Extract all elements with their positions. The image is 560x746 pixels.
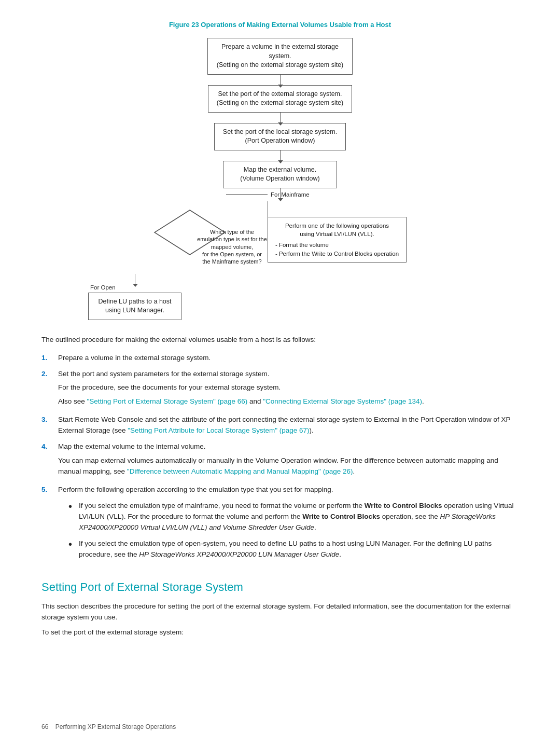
- bullet-1-bold1: Write to Control Blocks: [365, 502, 442, 509]
- step-5: 5. Perform the following operation accor…: [41, 485, 519, 565]
- step-3: 3. Start Remote Web Console and set the …: [41, 415, 519, 436]
- flow-main: Prepare a volume in the external storage…: [41, 38, 519, 320]
- bullet-1-content: If you select the emulation type of main…: [79, 501, 519, 533]
- step-5-num: 5.: [41, 485, 56, 495]
- bullet-1-bold2: Write to Control Blocks: [302, 513, 380, 520]
- step-3-content: Start Remote Web Console and set the att…: [58, 415, 519, 436]
- step-5-text: Perform the following operation accordin…: [58, 486, 333, 493]
- step-1: 1. Prepare a volume in the external stor…: [41, 353, 519, 364]
- section-text1: This section describes the procedure for…: [41, 601, 519, 623]
- for-mainframe-label: For Mainframe: [271, 191, 310, 198]
- figure-title: Figure 23 Operations of Making External …: [41, 21, 519, 29]
- bullet-1-text3: operation, see the: [380, 513, 440, 520]
- decision-left: For Mainframe Perform one of the followi…: [153, 203, 407, 266]
- step-4-sub1-suffix: .: [353, 467, 355, 475]
- numbered-list: 1. Prepare a volume in the external stor…: [41, 353, 519, 565]
- decision-section: For Mainframe Perform one of the followi…: [41, 203, 519, 266]
- step-1-content: Prepare a volume in the external storage…: [58, 353, 519, 364]
- decision-label: Which type of theemulation type is set f…: [197, 228, 267, 265]
- flow-box-2: Set the port of the external storage sys…: [208, 85, 353, 113]
- step-2-sub2-mid: and: [247, 397, 263, 405]
- mainframe-item2: - Perform the Write to Control Blocks op…: [275, 250, 399, 258]
- mainframe-item1: - Format the volume: [275, 241, 399, 250]
- flow-box-1: Prepare a volume in the external storage…: [207, 38, 353, 75]
- flow-box-4: Map the external volume.(Volume Operatio…: [223, 161, 337, 188]
- step-2-link2[interactable]: "Connecting External Storage Systems" (p…: [263, 397, 422, 405]
- bullet-2-content: If you select the emulation type of open…: [79, 538, 519, 560]
- step-1-num: 1.: [41, 353, 56, 364]
- bullet-2: • If you select the emulation type of op…: [68, 538, 519, 560]
- footer-page-num: 66: [41, 723, 48, 730]
- mainframe-vert-line: [268, 201, 268, 217]
- arrow-3: [280, 150, 281, 161]
- for-open-label: For Open: [90, 284, 116, 291]
- bullet-2-dot: •: [68, 538, 77, 550]
- step-2-sub1: For the procedure, see the documents for…: [58, 382, 519, 393]
- footer-page-label: Performing XP External Storage Operation…: [55, 723, 176, 730]
- arrow-2: [280, 113, 281, 123]
- open-vert-arrow: [135, 274, 135, 284]
- step-5-content: Perform the following operation accordin…: [58, 485, 519, 565]
- step-4-sub1-link[interactable]: "Difference between Automatic Mapping an…: [127, 467, 353, 475]
- step-4-text: Map the external volume to the internal …: [58, 443, 205, 450]
- step-2-link1[interactable]: "Setting Port of External Storage System…: [87, 397, 248, 405]
- flow-box-3: Set the port of the local storage system…: [214, 123, 346, 150]
- bullet-2-italic1: HP StorageWorks XP24000/XP20000 LUN Mana…: [139, 550, 339, 558]
- bullet-1: • If you select the emulation type of ma…: [68, 501, 519, 533]
- step-2-text: Set the port and system parameters for t…: [58, 370, 269, 378]
- open-box: Define LU paths to a hostusing LUN Manag…: [88, 293, 181, 320]
- arrow-1: [280, 75, 281, 85]
- step-3-link[interactable]: "Setting Port Attribute for Local Storag…: [128, 426, 309, 434]
- step-2: 2. Set the port and system parameters fo…: [41, 369, 519, 410]
- step-2-content: Set the port and system parameters for t…: [58, 369, 519, 410]
- bullet-2-text2: .: [339, 550, 341, 558]
- mainframe-horiz-line: [226, 194, 268, 195]
- for-open-section: For Open Define LU paths to a hostusing …: [88, 274, 181, 320]
- step-3-text-after: ).: [310, 426, 314, 434]
- bullet-1-text4: .: [314, 523, 316, 531]
- bullet-list: • If you select the emulation type of ma…: [68, 501, 519, 560]
- step-3-num: 3.: [41, 415, 56, 425]
- step-4-content: Map the external volume to the internal …: [58, 441, 519, 479]
- intro-text: The outlined procedure for making the ex…: [41, 335, 519, 346]
- mainframe-box: Perform one of the following operationsu…: [268, 217, 407, 263]
- footer: 66 Performing XP External Storage Operat…: [41, 723, 176, 730]
- step-1-text: Prepare a volume in the external storage…: [58, 354, 211, 362]
- step-2-sub2-suffix: .: [422, 397, 424, 405]
- flowchart: Prepare a volume in the external storage…: [41, 38, 519, 320]
- step-2-sub2: Also see "Setting Port of External Stora…: [58, 396, 519, 407]
- step-4-sub1: You can map external volumes automatical…: [58, 455, 519, 477]
- mainframe-title: Perform one of the following operationsu…: [275, 222, 399, 239]
- step-2-num: 2.: [41, 369, 56, 380]
- section-text2: To set the port of the external storage …: [41, 627, 519, 638]
- bullet-1-dot: •: [68, 501, 77, 512]
- step-4: 4. Map the external volume to the intern…: [41, 441, 519, 479]
- step-2-sub2-prefix: Also see: [58, 397, 87, 405]
- step-4-num: 4.: [41, 441, 56, 452]
- section-heading: Setting Port of External Storage System: [41, 581, 519, 594]
- bullet-1-text: If you select the emulation type of main…: [79, 502, 365, 509]
